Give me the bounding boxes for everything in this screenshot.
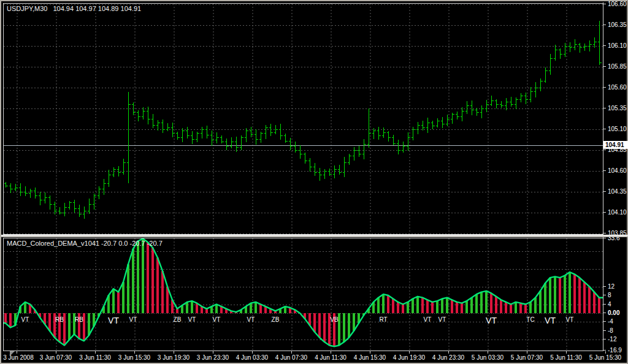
axis-tick <box>603 170 606 171</box>
macd-histogram-bar <box>132 249 134 313</box>
signal-label: VT <box>247 316 255 323</box>
time-tick <box>174 351 174 354</box>
signal-label: VT <box>21 316 29 323</box>
macd-histogram-bar <box>161 271 164 313</box>
macd-histogram-bar <box>343 313 345 342</box>
axis-tick <box>603 339 606 339</box>
macd-histogram-bar <box>137 241 139 313</box>
macd-histogram-bar <box>544 283 546 313</box>
macd-histogram-bar <box>426 300 429 313</box>
macd-histogram-bar <box>456 302 458 313</box>
axis-border-line <box>603 2 603 351</box>
macd-histogram-bar <box>318 313 321 338</box>
macd-histogram-bar <box>151 248 154 313</box>
axis-tick <box>603 295 606 295</box>
ohlc-bars-group <box>4 21 602 219</box>
signal-label: VT <box>424 316 432 323</box>
time-tick <box>213 351 213 354</box>
signal-label: RB <box>55 316 64 323</box>
chart-window: USDJPY,M30104.94 104.97 104.89 104.91 VT… <box>0 0 628 364</box>
macd-histogram-bar <box>465 301 468 313</box>
time-tick <box>331 351 331 354</box>
price-pane-title: USDJPY,M30104.94 104.97 104.89 104.91 <box>7 5 141 12</box>
macd-histogram-bar <box>446 298 448 313</box>
signal-label: VT <box>438 316 446 323</box>
macd-histogram-bar <box>313 313 316 332</box>
macd-signal-line <box>4 238 603 346</box>
axis-label: 105.35 <box>608 105 627 112</box>
axis-label: 105.85 <box>608 63 627 70</box>
time-label: 5 Jun 11:30 <box>550 354 582 361</box>
axis-tick <box>603 108 606 108</box>
macd-histogram-bar <box>259 305 262 313</box>
time-tick <box>291 351 292 354</box>
macd-histogram-bar <box>250 303 252 313</box>
time-tick <box>566 351 567 354</box>
signal-label: RT <box>379 316 387 323</box>
macd-histogram-bar <box>348 313 350 338</box>
axis-label: 105.60 <box>608 84 627 91</box>
price-chart-svg <box>4 4 603 234</box>
macd-histogram-bar <box>593 292 595 313</box>
axis-label: 104.35 <box>608 188 627 195</box>
macd-chart-svg: VTRBRBVTVTZBVTVTVTZBVBRTVTVTVTTCVTVT <box>4 238 603 351</box>
time-scale-axis[interactable]: 3 Jun 20083 Jun 07:303 Jun 11:303 Jun 15… <box>1 351 628 364</box>
time-label: 3 Jun 19:30 <box>158 354 190 361</box>
signal-label: ZB <box>272 316 280 323</box>
macd-histogram-bar <box>112 289 115 313</box>
axis-label: 4 <box>608 301 611 308</box>
axis-label: 104.10 <box>608 209 627 216</box>
axis-tick <box>603 191 606 192</box>
signal-label: VB <box>330 316 339 323</box>
macd-histogram-bar <box>186 302 188 313</box>
price-pane[interactable]: USDJPY,M30104.94 104.97 104.89 104.91 <box>3 3 603 235</box>
macd-histogram-bar <box>255 302 257 313</box>
macd-histogram-bar <box>407 302 409 313</box>
time-label: 3 Jun 2008 <box>3 354 34 361</box>
axis-label: 12 <box>608 283 615 290</box>
axis-label: 104.60 <box>608 167 627 174</box>
time-tick <box>605 351 606 354</box>
time-tick <box>56 351 56 354</box>
macd-histogram-bar <box>402 305 404 313</box>
macd-histogram-bar <box>436 301 438 313</box>
macd-histogram-bar <box>569 272 571 313</box>
axis-tick <box>603 4 606 4</box>
time-tick <box>488 351 488 354</box>
macd-histogram-bar <box>470 298 473 313</box>
price-scale-axis[interactable]: 106.60106.35106.10105.85105.60105.35105.… <box>603 1 628 351</box>
axis-label: -4 <box>608 318 613 325</box>
axis-tick <box>603 212 606 213</box>
macd-histogram-bar <box>480 292 483 313</box>
axis-label: 105.10 <box>608 126 627 132</box>
axis-tick <box>603 25 606 25</box>
macd-pane[interactable]: VTRBRBVTVTZBVTVTVTZBVBRTVTVTVTTCVTVT MAC… <box>3 238 603 351</box>
macd-histogram-bar <box>48 313 51 331</box>
macd-histogram-bar <box>598 298 600 313</box>
macd-histogram-bar <box>156 258 159 314</box>
macd-histogram-bar <box>559 278 561 313</box>
macd-histogram-bar <box>88 313 90 335</box>
signal-label: VT <box>566 316 574 323</box>
axis-label: -12 <box>608 336 616 343</box>
axis-label: 106.10 <box>608 42 627 49</box>
time-label: 3 Jun 11:30 <box>79 354 111 361</box>
macd-histogram-bar <box>495 297 497 313</box>
axis-tick <box>603 129 606 129</box>
macd-histogram-bar <box>122 282 124 313</box>
macd-histogram-bar <box>412 298 414 313</box>
time-label: 4 Jun 11:30 <box>315 354 347 361</box>
axis-tick <box>603 150 606 150</box>
signal-label: ZB <box>174 316 182 323</box>
time-label: 4 Jun 19:30 <box>393 354 425 361</box>
axis-tick <box>603 238 606 238</box>
axis-tick <box>603 321 606 322</box>
pane-divider[interactable] <box>1 235 628 237</box>
time-label: 3 Jun 15:30 <box>118 354 150 361</box>
signal-label: VT <box>545 316 556 325</box>
macd-histogram-bar <box>510 305 512 313</box>
macd-histogram-bar <box>416 297 419 313</box>
macd-histogram-bar <box>578 278 581 313</box>
signal-label: RB <box>75 316 83 323</box>
signal-label: TC <box>526 316 534 323</box>
